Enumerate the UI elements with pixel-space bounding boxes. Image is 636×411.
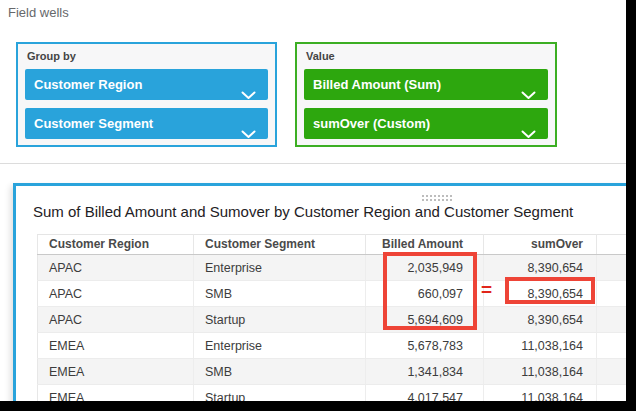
highlight-box-billed-amount-column (383, 252, 477, 330)
field-wells-screen: Field wells Group by Customer Region Cus… (0, 0, 636, 411)
cell-segment: Startup (194, 307, 366, 333)
field-wells-heading: Field wells (8, 5, 69, 20)
cell-region: APAC (38, 307, 194, 333)
group-by-field-well: Group by Customer Region Customer Segmen… (16, 42, 277, 147)
dropdown-customer-segment[interactable]: Customer Segment (25, 108, 268, 139)
cell-sumover: 11,038,164 (484, 359, 597, 385)
cell-sumover: 8,390,654 (484, 307, 597, 333)
section-divider (0, 163, 626, 164)
cell-region: APAC (38, 255, 194, 281)
equals-annotation: = (481, 279, 505, 301)
column-header-customer-region: Customer Region (38, 235, 194, 255)
cell-segment: SMB (194, 359, 366, 385)
dropdown-customer-segment-label: Customer Segment (34, 116, 153, 131)
dropdown-sumover-custom-label: sumOver (Custom) (313, 116, 430, 131)
chevron-down-icon[interactable] (241, 119, 256, 128)
dropdown-sumover-custom[interactable]: sumOver (Custom) (304, 108, 548, 139)
cell-region: EMEA (38, 359, 194, 385)
chevron-down-icon[interactable] (521, 119, 536, 128)
column-header-customer-segment: Customer Segment (194, 235, 366, 255)
table-row: EMEA Enterprise 5,678,783 11,038,164 (38, 333, 636, 359)
screenshot-edge-bottom (0, 401, 636, 411)
screenshot-edge-right (626, 0, 636, 411)
cell-sumover: 11,038,164 (484, 333, 597, 359)
cell-segment: Enterprise (194, 255, 366, 281)
chevron-down-icon[interactable] (521, 80, 536, 89)
dropdown-billed-amount-sum-label: Billed Amount (Sum) (313, 77, 441, 92)
dropdown-customer-region-label: Customer Region (34, 77, 142, 92)
cell-region: EMEA (38, 333, 194, 359)
cell-billed-amount: 1,341,834 (366, 359, 484, 385)
highlight-box-sumover-cell (505, 277, 595, 304)
group-by-label: Group by (27, 50, 76, 62)
dropdown-customer-region[interactable]: Customer Region (25, 69, 268, 100)
table-row: EMEA SMB 1,341,834 11,038,164 (38, 359, 636, 385)
table-row: APAC Startup 5,694,609 8,390,654 (38, 307, 636, 333)
table-header-row: Customer Region Customer Segment Billed … (38, 235, 636, 255)
value-field-well: Value Billed Amount (Sum) sumOver (Custo… (295, 42, 557, 147)
drag-handle-icon[interactable] (421, 194, 453, 202)
cell-region: APAC (38, 281, 194, 307)
visual-title: Sum of Billed Amount and Sumover by Cust… (33, 203, 573, 220)
cell-billed-amount: 5,678,783 (366, 333, 484, 359)
chevron-down-icon[interactable] (241, 80, 256, 89)
value-label: Value (306, 50, 335, 62)
cell-segment: SMB (194, 281, 366, 307)
column-header-sumover: sumOver (484, 235, 597, 255)
pivot-table: Customer Region Customer Segment Billed … (37, 234, 636, 411)
dropdown-billed-amount-sum[interactable]: Billed Amount (Sum) (304, 69, 548, 100)
cell-segment: Enterprise (194, 333, 366, 359)
